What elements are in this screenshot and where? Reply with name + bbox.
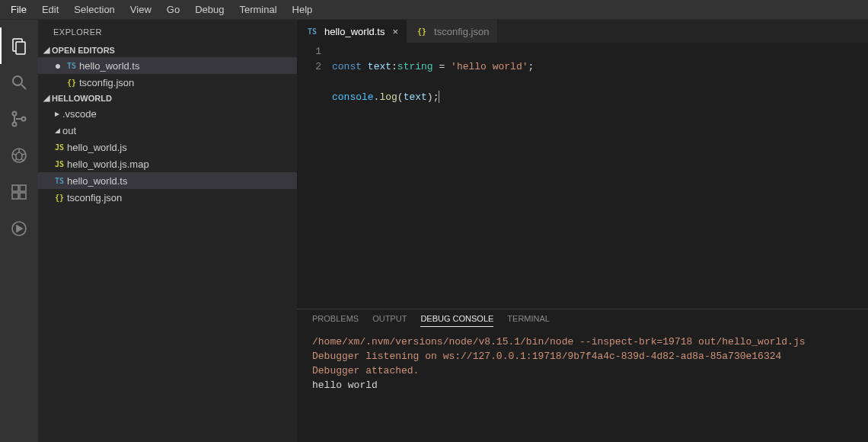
sidebar-title: EXPLORER bbox=[38, 20, 297, 43]
menu-view[interactable]: View bbox=[123, 1, 159, 18]
tree-file[interactable]: {}tsconfig.json bbox=[38, 189, 297, 206]
token-string: 'hello world' bbox=[451, 61, 528, 72]
token-punct: ) bbox=[427, 91, 433, 103]
extensions-icon[interactable] bbox=[0, 174, 38, 210]
file-label: hello_world.js.map bbox=[67, 159, 149, 170]
folder-label: .vscode bbox=[62, 108, 97, 120]
editor-tab[interactable]: TShello_world.ts× bbox=[297, 20, 407, 43]
dirty-close-icon[interactable]: ● bbox=[52, 59, 64, 72]
token-punct: = bbox=[433, 61, 451, 72]
menu-edit[interactable]: Edit bbox=[34, 1, 66, 18]
text-cursor bbox=[439, 91, 439, 103]
panel-tab-output[interactable]: OUTPUT bbox=[372, 314, 407, 327]
token-type: string bbox=[397, 61, 433, 72]
menu-debug[interactable]: Debug bbox=[187, 1, 231, 18]
search-icon[interactable] bbox=[0, 64, 38, 101]
open-editor-item[interactable]: ●TShello_world.ts bbox=[38, 57, 297, 74]
menu-file[interactable]: File bbox=[3, 1, 34, 18]
token-punct: : bbox=[391, 61, 397, 72]
open-editor-item[interactable]: {}tsconfig.json bbox=[38, 74, 297, 91]
file-label: hello_world.js bbox=[67, 142, 127, 153]
svg-rect-14 bbox=[12, 185, 18, 191]
editor-group: TShello_world.ts×{}tsconfig.json 1 2 con… bbox=[297, 20, 868, 442]
folder-label: out bbox=[62, 125, 76, 136]
svg-line-13 bbox=[21, 159, 24, 161]
tree-file[interactable]: JShello_world.js bbox=[38, 139, 297, 155]
file-type-icon: {} bbox=[64, 78, 79, 87]
open-editors-label: OPEN EDITORS bbox=[52, 46, 115, 55]
panel-tab-terminal[interactable]: TERMINAL bbox=[507, 314, 550, 327]
chevron-down-icon: ◢ bbox=[41, 45, 52, 55]
svg-point-6 bbox=[22, 117, 26, 121]
debug-icon[interactable] bbox=[0, 137, 38, 174]
menu-go[interactable]: Go bbox=[159, 1, 187, 18]
token-function: log bbox=[379, 91, 397, 103]
file-label: hello_world.ts bbox=[79, 60, 140, 72]
file-label: tsconfig.json bbox=[79, 77, 134, 88]
console-line: Debugger listening on ws://127.0.0.1:197… bbox=[312, 349, 853, 364]
svg-line-3 bbox=[21, 85, 26, 89]
line-number: 2 bbox=[297, 59, 321, 75]
svg-point-2 bbox=[13, 76, 22, 85]
svg-line-10 bbox=[13, 154, 16, 155]
bottom-panel: PROBLEMSOUTPUTDEBUG CONSOLETERMINAL /hom… bbox=[297, 309, 868, 442]
code-area[interactable]: const text:string = 'hello world'; conso… bbox=[332, 44, 534, 309]
scm-icon[interactable] bbox=[0, 101, 38, 137]
svg-rect-17 bbox=[20, 185, 26, 191]
file-type-icon: {} bbox=[52, 194, 67, 202]
explorer-icon[interactable] bbox=[0, 27, 38, 64]
tree-file[interactable]: JShello_world.js.map bbox=[38, 155, 297, 172]
close-icon[interactable]: × bbox=[393, 26, 399, 37]
panel-tab-problems[interactable]: PROBLEMS bbox=[312, 314, 359, 327]
file-type-icon: TS bbox=[52, 177, 67, 185]
menu-terminal[interactable]: Terminal bbox=[231, 1, 284, 18]
chevron-down-icon: ◢ bbox=[41, 93, 52, 103]
chevron-right-icon: ▸ bbox=[52, 108, 62, 119]
editor-tabs: TShello_world.ts×{}tsconfig.json bbox=[297, 20, 868, 43]
svg-line-11 bbox=[22, 154, 25, 155]
activity-bar bbox=[0, 20, 38, 442]
tree-file[interactable]: TShello_world.ts bbox=[38, 172, 297, 189]
svg-rect-1 bbox=[16, 42, 25, 54]
svg-rect-16 bbox=[20, 193, 26, 199]
file-type-icon: JS bbox=[52, 143, 67, 152]
console-line: hello world bbox=[312, 378, 853, 392]
file-type-icon: {} bbox=[414, 27, 429, 36]
console-line: /home/xm/.nvm/versions/node/v8.15.1/bin/… bbox=[312, 335, 853, 349]
gutter: 1 2 bbox=[297, 44, 332, 309]
console-line: Debugger attached. bbox=[312, 364, 853, 378]
svg-line-12 bbox=[14, 159, 17, 161]
open-editors-header[interactable]: ◢ OPEN EDITORS bbox=[38, 43, 297, 57]
chevron-down-icon: ◢ bbox=[52, 127, 62, 134]
panel-tab-debug-console[interactable]: DEBUG CONSOLE bbox=[420, 314, 493, 327]
tab-label: hello_world.ts bbox=[324, 26, 385, 37]
folder-label: HELLOWORLD bbox=[52, 94, 112, 103]
token-punct: ; bbox=[528, 61, 535, 72]
file-type-icon: TS bbox=[64, 62, 79, 70]
menubar: FileEditSelectionViewGoDebugTerminalHelp bbox=[0, 0, 868, 20]
svg-rect-15 bbox=[12, 193, 18, 199]
svg-point-4 bbox=[13, 112, 17, 116]
file-type-icon: JS bbox=[52, 160, 67, 168]
tab-label: tsconfig.json bbox=[434, 26, 489, 37]
token-object: console bbox=[332, 91, 374, 103]
debug-console-output[interactable]: /home/xm/.nvm/versions/node/v8.15.1/bin/… bbox=[297, 332, 868, 442]
file-type-icon: TS bbox=[305, 27, 320, 36]
sidebar: EXPLORER ◢ OPEN EDITORS ●TShello_world.t… bbox=[38, 20, 297, 442]
token-variable: text bbox=[404, 91, 427, 103]
code-editor[interactable]: 1 2 const text:string = 'hello world'; c… bbox=[297, 43, 868, 309]
file-label: tsconfig.json bbox=[67, 192, 122, 203]
tree-folder[interactable]: ◢out bbox=[38, 122, 297, 139]
token-keyword: const bbox=[332, 61, 362, 72]
menu-help[interactable]: Help bbox=[285, 1, 321, 18]
tree-folder[interactable]: ▸.vscode bbox=[38, 105, 297, 122]
token-punct: ( bbox=[397, 91, 404, 103]
panel-tabs: PROBLEMSOUTPUTDEBUG CONSOLETERMINAL bbox=[297, 309, 868, 332]
folder-header[interactable]: ◢ HELLOWORLD bbox=[38, 91, 297, 105]
editor-tab[interactable]: {}tsconfig.json bbox=[407, 20, 498, 43]
menu-selection[interactable]: Selection bbox=[66, 1, 122, 18]
file-label: hello_world.ts bbox=[67, 175, 128, 187]
token-punct: ; bbox=[433, 91, 439, 103]
live-share-icon[interactable] bbox=[0, 210, 38, 247]
token-variable: text bbox=[368, 61, 391, 72]
